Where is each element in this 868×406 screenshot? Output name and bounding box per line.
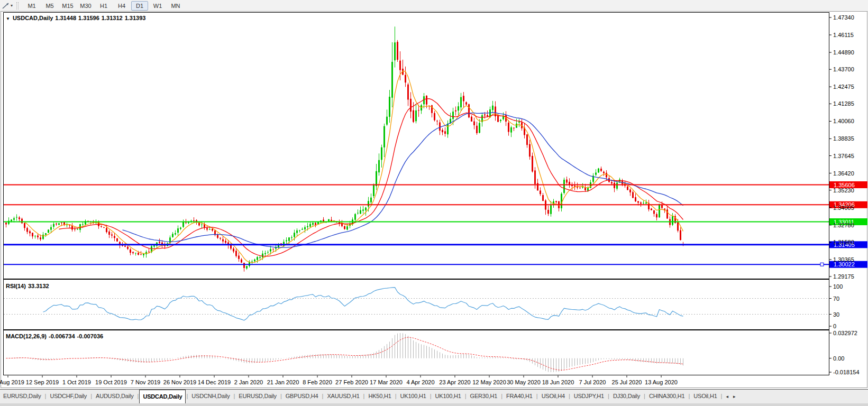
chart-tab-usdjpy-h1[interactable]: USDJPY,H1 [571,390,607,403]
candle-body [473,122,475,125]
macd-value-signal: -0.007036 [77,333,104,339]
candle-body [272,249,274,250]
candle-body [209,229,211,230]
date-label: 23 Apr 2020 [439,379,470,385]
candle-body [418,110,419,110]
price-tick-label: 1.46115 [833,32,854,38]
candle-body [413,110,414,122]
price-tick-label: 1.36420 [833,170,854,177]
candle-body [529,144,531,157]
candle-body [212,229,213,230]
date-label: 12 May 2020 [472,379,506,385]
candle-body [177,228,179,233]
date-label: 8 Feb 2020 [303,379,332,385]
chart-tab-eurusd-daily[interactable]: EURUSD,Daily [0,390,44,403]
chart-tab-china300-h1[interactable]: CHINA300,H1 [646,390,688,403]
chart-tab-eurusd-daily[interactable]: EURUSD,Daily [235,390,280,403]
panel-separator-rsi[interactable] [4,279,829,280]
candle-body [452,112,454,119]
chart-tab-uk100-h1[interactable]: UK100,H1 [432,390,464,403]
chart-tab-audusd-daily[interactable]: AUDUSD,Daily [93,390,137,403]
candle-body [100,226,102,227]
chart-tab-ger30-h1[interactable]: GER30,H1 [467,390,501,403]
chart-collapse-icon[interactable]: ▼ [6,16,10,21]
panel-separator-macd[interactable] [4,329,829,330]
candle-body [294,233,295,237]
candle-body [574,186,575,187]
candle-body [246,266,248,269]
candle-body [386,117,388,125]
chart-tab-gbpusd-h4[interactable]: GBPUSD,H4 [282,390,322,403]
candle-body [193,220,195,221]
candle-body [148,252,150,252]
candle-body [40,237,41,239]
candle-body [182,222,184,227]
chart-window-frame [1,12,867,388]
candle-body [373,184,374,196]
date-label: 14 Dec 2019 [198,379,231,385]
candle-body [468,104,470,117]
tab-scroll-right-icon[interactable]: ▸ [733,394,736,399]
chart-canvas[interactable]: 1.356061.342061.330111.314051.300221.473… [0,0,868,395]
candle-body [537,183,538,190]
candle-body [344,226,345,229]
price-tick-label: 1.34005 [833,205,854,211]
candle-body [561,193,562,208]
candle-body [500,120,501,121]
candle-body [34,236,36,236]
date-label: 19 Oct 2019 [95,379,127,385]
chart-tab-usdcnh-daily[interactable]: USDCNH,Daily [188,390,233,403]
candle-body [220,238,221,238]
chart-tab-usdcad-daily[interactable]: USDCAD,Daily [139,390,186,403]
candle-body [138,253,139,255]
tab-scroll-left-icon[interactable]: ◂ [726,394,728,399]
macd-tick-label: 0.032972 [833,330,857,336]
candle-body [135,253,136,253]
candle-body [346,226,348,229]
candle-body [439,123,441,131]
candle-body [595,173,597,175]
chart-tab-fra40-h1[interactable]: FRA40,H1 [503,390,536,403]
status-strip [0,403,868,406]
candle-body [127,247,129,249]
candle-body [74,229,76,229]
candle-body [458,106,459,110]
date-label: 7 Jul 2020 [579,379,606,385]
candle-body [257,257,258,260]
candle-body [616,183,618,189]
hline-handle[interactable] [820,263,824,266]
chart-tabs-bar: EURUSD,Daily|USDCHF,Daily|AUDUSD,Daily|U… [0,389,868,403]
ma-mid-line [59,99,683,256]
ohlc-close: 1.31393 [125,15,146,21]
candle-body [426,96,427,105]
date-label: 4 Apr 2020 [406,379,434,385]
price-tick-label: 1.41285 [833,100,854,107]
chart-tab-dj30-daily[interactable]: DJ30,Daily [610,390,643,403]
candle-body [471,117,472,122]
chart-tab-uk100-h1[interactable]: UK100,H1 [397,390,430,403]
candle-body [71,226,73,230]
chart-tab-usoil-h1[interactable]: USOil,H1 [690,390,720,403]
candle-body [410,99,412,112]
candle-body [13,218,15,220]
chart-tab-hk50-h1[interactable]: HK50,H1 [365,390,394,403]
candle-body [37,236,39,237]
candle-body [143,254,144,255]
candle-body [24,223,25,228]
candle-body [677,222,679,230]
candle-body [312,223,314,225]
candle-body [114,236,115,238]
candle-body [48,230,49,233]
chart-tab-xauusd-h1[interactable]: XAUUSD,H1 [324,390,362,403]
chart-tab-usoil-h4[interactable]: USOil,H4 [538,390,568,403]
candle-body [29,231,31,233]
candle-body [434,113,435,121]
candle-body [651,209,652,210]
candle-body [106,228,107,232]
chart-tab-usdchf-daily[interactable]: USDCHF,Daily [47,390,90,403]
candle-body [656,214,657,217]
candle-body [492,106,494,110]
candle-body [241,260,242,263]
candle-body [510,127,512,133]
candle-body [672,216,673,225]
